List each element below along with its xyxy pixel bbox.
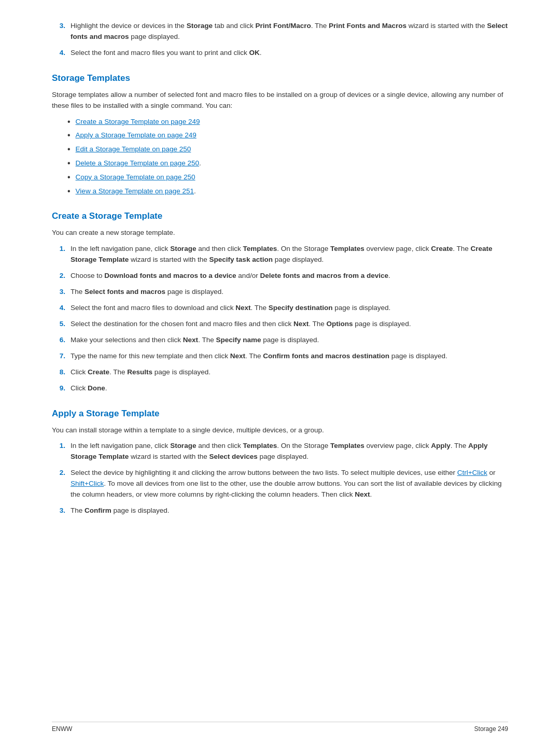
list-item-copy: Copy a Storage Template on page 250 xyxy=(67,172,508,183)
bold-specify-dest: Specify destination xyxy=(269,304,333,312)
bold-templates-apply: Templates xyxy=(243,442,277,449)
apply-step-3: 3. The Confirm page is displayed. xyxy=(52,505,508,516)
footer-left: ENWW xyxy=(52,725,72,733)
bold-print-font-macro: Print Font/Macro xyxy=(255,22,311,30)
bold-delete-fonts: Delete fonts and macros from a device xyxy=(260,272,388,279)
storage-templates-section: Storage Templates Storage templates allo… xyxy=(52,73,508,197)
bold-storage-apply: Storage xyxy=(170,442,196,449)
create-step-num-1: 1. xyxy=(52,244,65,255)
bold-templates-1: Templates xyxy=(243,245,277,252)
create-step-2-content: Choose to Download fonts and macros to a… xyxy=(71,271,508,282)
bold-templates-2: Templates xyxy=(330,245,365,252)
create-step-6: 6. Make your selections and then click N… xyxy=(52,335,508,346)
create-step-num-3: 3. xyxy=(52,287,65,298)
apply-step-1-content: In the left navigation pane, click Stora… xyxy=(71,441,508,462)
apply-template-steps: 1. In the left navigation pane, click St… xyxy=(52,441,508,516)
apply-step-1: 1. In the left navigation pane, click St… xyxy=(52,441,508,462)
list-item-edit: Edit a Storage Template on page 250 xyxy=(67,144,508,155)
step-4-content: Select the font and macro files you want… xyxy=(71,48,508,59)
list-item-view: View a Storage Template on page 251. xyxy=(67,186,508,197)
page-footer: ENWW Storage 249 xyxy=(52,722,508,733)
apply-step-num-1: 1. xyxy=(52,441,65,452)
bold-next-2: Next xyxy=(293,320,309,328)
create-storage-intro: You can create a new storage template. xyxy=(52,228,508,238)
link-delete-template[interactable]: Delete a Storage Template on page 250 xyxy=(76,158,199,168)
storage-templates-list: Create a Storage Template on page 249 Ap… xyxy=(67,117,508,197)
create-step-num-5: 5. xyxy=(52,319,65,330)
link-edit-template[interactable]: Edit a Storage Template on page 250 xyxy=(76,144,191,154)
create-step-1-content: In the left navigation pane, click Stora… xyxy=(71,244,508,265)
create-step-8: 8. Click Create. The Results page is dis… xyxy=(52,367,508,378)
apply-step-2: 2. Select the device by highlighting it … xyxy=(52,468,508,500)
create-step-2: 2. Choose to Download fonts and macros t… xyxy=(52,271,508,282)
bold-next-apply: Next xyxy=(355,490,370,498)
apply-storage-heading: Apply a Storage Template xyxy=(52,409,508,419)
create-step-6-content: Make your selections and then click Next… xyxy=(71,335,508,346)
page-container: 3. Highlight the device or devices in th… xyxy=(0,0,560,745)
apply-step-num-2: 2. xyxy=(52,468,65,479)
bold-create-storage-template: Create Storage Template xyxy=(71,245,492,263)
intro-step-4: 4. Select the font and macro files you w… xyxy=(52,48,508,59)
bold-ok: OK xyxy=(249,49,259,57)
footer-right: Storage 249 xyxy=(474,725,508,733)
list-item-delete: Delete a Storage Template on page 250. xyxy=(67,158,508,169)
bold-storage: Storage xyxy=(187,22,213,30)
bold-download-fonts: Download fonts and macros to a device xyxy=(104,272,236,279)
step-number-3: 3. xyxy=(52,21,65,32)
create-step-9-content: Click Done. xyxy=(71,383,508,394)
create-step-3: 3. The Select fonts and macros page is d… xyxy=(52,287,508,298)
create-template-steps: 1. In the left navigation pane, click St… xyxy=(52,244,508,393)
create-step-num-9: 9. xyxy=(52,383,65,394)
bold-print-fonts-macros: Print Fonts and Macros xyxy=(329,22,407,30)
create-step-5: 5. Select the destination for the chosen… xyxy=(52,319,508,330)
create-step-7: 7. Type the name for this new template a… xyxy=(52,351,508,362)
link-apply-template[interactable]: Apply a Storage Template on page 249 xyxy=(76,130,197,140)
create-step-7-content: Type the name for this new template and … xyxy=(71,351,508,362)
link-shift-click[interactable]: Shift+Click xyxy=(71,480,104,487)
storage-templates-body: Storage templates allow a number of sele… xyxy=(52,90,508,111)
bold-select-devices: Select devices xyxy=(209,453,258,460)
list-item-apply: Apply a Storage Template on page 249 xyxy=(67,130,508,141)
bold-done: Done xyxy=(88,384,105,392)
create-step-5-content: Select the destination for the chosen fo… xyxy=(71,319,508,330)
create-step-num-8: 8. xyxy=(52,367,65,378)
bold-next-1: Next xyxy=(235,304,250,312)
link-create-template[interactable]: Create a Storage Template on page 249 xyxy=(76,117,200,127)
apply-storage-template-section: Apply a Storage Template You can install… xyxy=(52,409,508,516)
create-step-4-content: Select the font and macro files to downl… xyxy=(71,303,508,314)
bold-create: Create xyxy=(431,245,453,252)
step-number-4: 4. xyxy=(52,48,65,59)
bold-results: Results xyxy=(127,368,152,376)
bold-specify-task-action: Specify task action xyxy=(209,256,273,263)
create-step-num-6: 6. xyxy=(52,335,65,346)
intro-step-3: 3. Highlight the device or devices in th… xyxy=(52,21,508,43)
list-item-create: Create a Storage Template on page 249 xyxy=(67,117,508,128)
bold-confirm: Confirm xyxy=(85,507,111,514)
create-storage-template-section: Create a Storage Template You can create… xyxy=(52,211,508,393)
create-step-3-content: The Select fonts and macros page is disp… xyxy=(71,287,508,298)
bold-create-btn: Create xyxy=(88,368,109,376)
link-view-template[interactable]: View a Storage Template on page 251 xyxy=(76,186,194,196)
link-copy-template[interactable]: Copy a Storage Template on page 250 xyxy=(76,172,195,182)
bold-next-3: Next xyxy=(183,336,198,344)
create-step-num-7: 7. xyxy=(52,351,65,362)
apply-step-3-content: The Confirm page is displayed. xyxy=(71,505,508,516)
create-step-4: 4. Select the font and macro files to do… xyxy=(52,303,508,314)
apply-step-num-3: 3. xyxy=(52,505,65,516)
bold-options: Options xyxy=(327,320,353,328)
bold-specify-name: Specify name xyxy=(216,336,261,344)
step-3-content: Highlight the device or devices in the S… xyxy=(71,21,508,43)
create-step-1: 1. In the left navigation pane, click St… xyxy=(52,244,508,265)
bold-confirm-fonts-macros: Confirm fonts and macros destination xyxy=(263,352,389,360)
link-ctrl-click[interactable]: Ctrl+Click xyxy=(457,469,487,476)
intro-section: 3. Highlight the device or devices in th… xyxy=(52,21,508,59)
storage-templates-heading: Storage Templates xyxy=(52,73,508,83)
bold-apply-storage-template: Apply Storage Template xyxy=(71,442,487,460)
intro-numbered-list: 3. Highlight the device or devices in th… xyxy=(52,21,508,59)
create-step-num-4: 4. xyxy=(52,303,65,314)
create-step-num-2: 2. xyxy=(52,271,65,282)
bold-apply: Apply xyxy=(431,442,451,449)
bold-select-fonts-macros-2: Select fonts and macros xyxy=(85,288,165,296)
apply-storage-intro: You can install storage within a templat… xyxy=(52,425,508,436)
apply-step-2-content: Select the device by highlighting it and… xyxy=(71,468,508,500)
